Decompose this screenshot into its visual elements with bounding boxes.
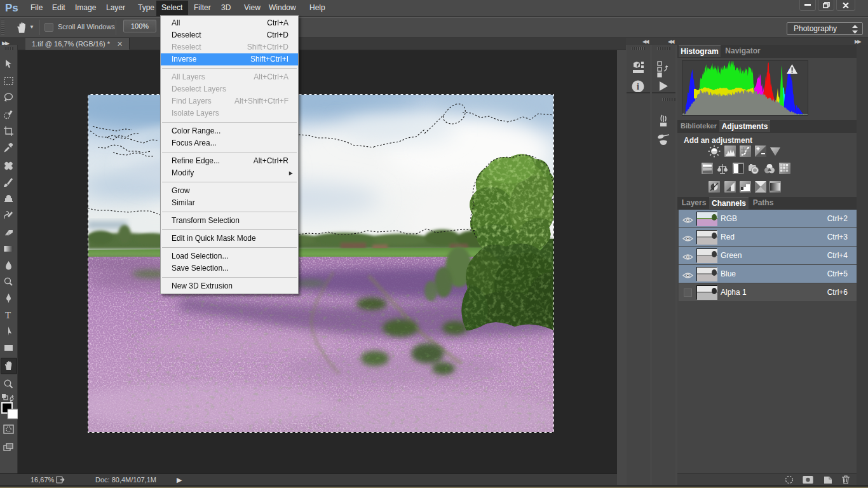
svg-text:T: T bbox=[5, 310, 11, 320]
svg-text:i: i bbox=[637, 82, 639, 92]
